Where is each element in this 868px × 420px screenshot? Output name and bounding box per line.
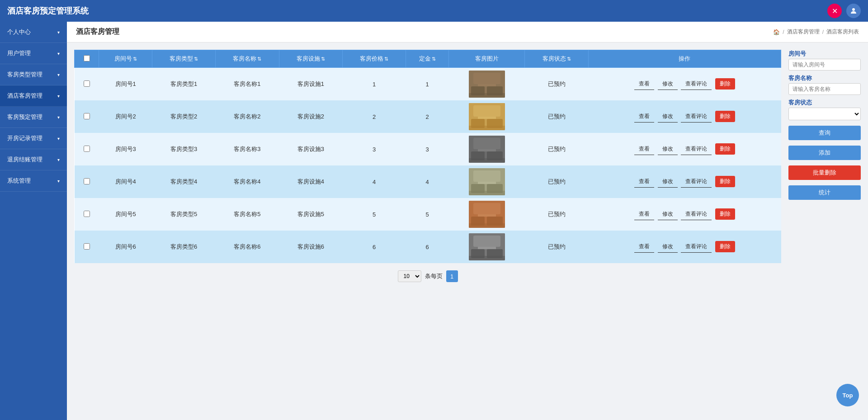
th-room-no[interactable]: 房间号	[99, 50, 152, 68]
table-row: 房间号3 客房类型3 客房名称3 客房设施3 3 3 已预约	[75, 133, 781, 165]
sidebar-item-room-type-mgmt[interactable]: 客房类型管理 ▾	[0, 64, 67, 85]
svg-rect-34	[478, 247, 496, 249]
table-row: 房间号6 客房类型6 客房名称6 客房设施6 6 6 已预约	[75, 231, 781, 263]
sidebar-label-reservation-mgmt: 客房预定管理	[7, 113, 42, 121]
cell-image-3	[449, 133, 525, 165]
edit-button-1[interactable]: 修改	[658, 78, 678, 90]
svg-rect-4	[478, 84, 496, 86]
sidebar-item-user-mgmt[interactable]: 用户管理 ▾	[0, 43, 67, 64]
row-checkbox-4[interactable]	[84, 178, 90, 184]
room-no-filter-label: 房间号	[788, 50, 861, 58]
th-deposit[interactable]: 定金	[406, 50, 449, 68]
row-checkbox-cell	[75, 68, 99, 101]
edit-button-3[interactable]: 修改	[658, 143, 678, 155]
delete-button-4[interactable]: 删除	[715, 176, 735, 187]
back-to-top-button[interactable]: Top	[836, 384, 859, 406]
sidebar-item-reservation-mgmt[interactable]: 客房预定管理 ▾	[0, 107, 67, 128]
svg-rect-16	[478, 149, 496, 151]
edit-button-2[interactable]: 修改	[658, 111, 678, 123]
stats-button[interactable]: 统计	[788, 185, 861, 200]
th-room-facility[interactable]: 客房设施	[279, 50, 342, 68]
cell-room-no-4: 房间号4	[99, 165, 152, 198]
review-button-2[interactable]: 查看评论	[681, 111, 712, 123]
cell-room-type-6: 客房类型6	[152, 231, 215, 263]
delete-button-2[interactable]: 删除	[715, 111, 735, 122]
batch-delete-button[interactable]: 批量删除	[788, 165, 861, 180]
svg-rect-24	[469, 191, 505, 195]
sidebar-arrow-checkin-mgmt: ▾	[57, 136, 60, 141]
delete-button-6[interactable]: 删除	[715, 241, 735, 252]
th-room-type[interactable]: 客房类型	[152, 50, 215, 68]
svg-point-0	[852, 8, 855, 11]
view-button-2[interactable]: 查看	[634, 111, 654, 123]
view-button-6[interactable]: 查看	[634, 241, 654, 253]
row-checkbox-6[interactable]	[84, 243, 90, 250]
view-button-4[interactable]: 查看	[634, 176, 654, 188]
review-button-5[interactable]: 查看评论	[681, 208, 712, 220]
sidebar-item-checkin-mgmt[interactable]: 开房记录管理 ▾	[0, 128, 67, 149]
query-button[interactable]: 查询	[788, 126, 861, 140]
delete-button-5[interactable]: 删除	[715, 208, 735, 220]
delete-button-1[interactable]: 删除	[715, 78, 735, 90]
table-row: 房间号5 客房类型5 客房名称5 客房设施5 5 5 已预约	[75, 198, 781, 231]
top-label: Top	[843, 392, 853, 399]
room-status-filter-group: 客房状态 已预约 空闲 维修中	[788, 99, 861, 120]
close-button[interactable]: ✕	[827, 4, 842, 18]
edit-button-5[interactable]: 修改	[658, 208, 678, 220]
view-button-5[interactable]: 查看	[634, 208, 654, 220]
svg-rect-35	[473, 236, 500, 247]
edit-button-4[interactable]: 修改	[658, 176, 678, 188]
review-button-1[interactable]: 查看评论	[681, 78, 712, 90]
th-checkbox[interactable]	[75, 50, 99, 68]
user-button[interactable]	[846, 4, 861, 18]
svg-rect-30	[469, 223, 505, 228]
cell-facility-2: 客房设施2	[279, 100, 342, 133]
cell-image-4	[449, 165, 525, 198]
right-filter-panel: 房间号 客房名称 客房状态 已预约 空闲 维修中 查询	[788, 50, 861, 413]
add-button[interactable]: 添加	[788, 146, 861, 160]
row-checkbox-2[interactable]	[84, 113, 90, 119]
svg-rect-36	[469, 256, 505, 260]
cell-room-type-4: 客房类型4	[152, 165, 215, 198]
cell-room-no-3: 房间号3	[99, 133, 152, 165]
cell-deposit-1: 1	[406, 68, 449, 101]
content-area: 房间号 客房类型 客房名称 客房设施 客房价格 定金 客房图片 客房状态 操作	[67, 42, 868, 420]
delete-button-3[interactable]: 删除	[715, 143, 735, 155]
sidebar-item-checkout-mgmt[interactable]: 退房结账管理 ▾	[0, 149, 67, 170]
sidebar-label-system-mgmt: 系统管理	[7, 177, 31, 185]
cell-room-no-6: 房间号6	[99, 231, 152, 263]
edit-button-6[interactable]: 修改	[658, 241, 678, 253]
review-button-4[interactable]: 查看评论	[681, 176, 712, 188]
svg-rect-29	[473, 203, 500, 214]
cell-facility-3: 客房设施3	[279, 133, 342, 165]
sidebar-item-hotel-room-mgmt[interactable]: 酒店客房管理 ▾	[0, 85, 67, 107]
th-room-name[interactable]: 客房名称	[216, 50, 279, 68]
sidebar-item-system-mgmt[interactable]: 系统管理 ▾	[0, 170, 67, 192]
svg-rect-22	[478, 182, 496, 184]
cell-status-2: 已预约	[525, 100, 588, 133]
view-button-1[interactable]: 查看	[634, 78, 654, 90]
row-checkbox-5[interactable]	[84, 211, 90, 217]
select-all-checkbox[interactable]	[84, 55, 90, 61]
cell-room-no-5: 房间号5	[99, 198, 152, 231]
view-button-3[interactable]: 查看	[634, 143, 654, 155]
row-checkbox-3[interactable]	[84, 146, 90, 152]
sidebar-item-personal[interactable]: 个人中心 ▾	[0, 22, 67, 43]
room-no-input[interactable]	[788, 59, 861, 71]
review-button-3[interactable]: 查看评论	[681, 143, 712, 155]
cell-price-5: 5	[342, 198, 406, 231]
cell-status-5: 已预约	[525, 198, 588, 231]
room-status-select[interactable]: 已预约 空闲 维修中	[788, 108, 861, 120]
th-room-status[interactable]: 客房状态	[525, 50, 588, 68]
cell-room-name-2: 客房名称2	[216, 100, 279, 133]
room-name-input[interactable]	[788, 83, 861, 95]
sidebar-label-personal: 个人中心	[7, 28, 31, 36]
page-number-1[interactable]: 1	[446, 270, 458, 282]
review-button-6[interactable]: 查看评论	[681, 241, 712, 253]
row-checkbox-1[interactable]	[84, 80, 90, 87]
cell-room-name-5: 客房名称5	[216, 198, 279, 231]
cell-price-6: 6	[342, 231, 406, 263]
th-room-price[interactable]: 客房价格	[342, 50, 406, 68]
per-page-select[interactable]: 10 20 50	[398, 270, 421, 282]
sidebar-arrow-checkout-mgmt: ▾	[57, 157, 60, 162]
